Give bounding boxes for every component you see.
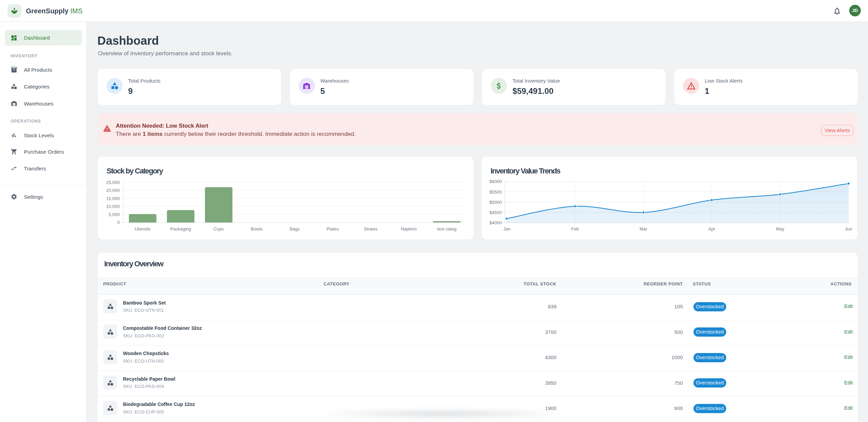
svg-text:Apr: Apr <box>708 226 715 231</box>
svg-text:20,000: 20,000 <box>106 188 120 193</box>
svg-text:Napkins: Napkins <box>401 226 417 231</box>
svg-text:Jan: Jan <box>504 226 511 231</box>
svg-text:test categ: test categ <box>437 226 456 231</box>
svg-text:$5000: $5000 <box>490 200 502 205</box>
svg-text:Straws: Straws <box>364 226 378 231</box>
svg-text:Utensils: Utensils <box>135 226 151 231</box>
svg-text:May: May <box>776 226 785 231</box>
svg-text:Jun: Jun <box>845 226 852 231</box>
svg-text:$6000: $6000 <box>490 179 502 184</box>
svg-text:Plates: Plates <box>327 226 339 231</box>
svg-text:10,000: 10,000 <box>106 204 120 209</box>
svg-text:0: 0 <box>117 220 120 225</box>
svg-text:5,000: 5,000 <box>109 212 120 217</box>
svg-text:Bowls: Bowls <box>251 226 263 231</box>
svg-text:Packaging: Packaging <box>170 226 191 231</box>
svg-text:Bags: Bags <box>290 226 300 231</box>
svg-text:$4000: $4000 <box>490 220 502 225</box>
svg-text:15,000: 15,000 <box>106 196 120 201</box>
svg-text:Mar: Mar <box>639 226 647 231</box>
svg-text:$5500: $5500 <box>490 189 502 195</box>
svg-text:Cups: Cups <box>213 226 224 231</box>
svg-text:Feb: Feb <box>571 226 579 231</box>
svg-text:25,000: 25,000 <box>106 180 120 185</box>
svg-text:$4500: $4500 <box>490 210 502 215</box>
